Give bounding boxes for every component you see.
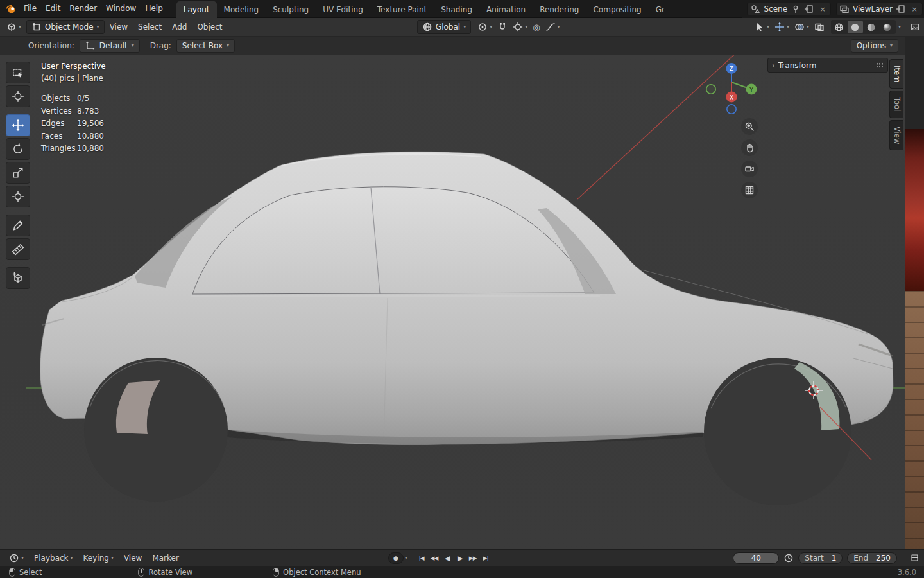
editor-type-button[interactable]: ▾ — [4, 20, 24, 34]
workspace-tab-compositing[interactable]: Compositing — [586, 1, 648, 18]
tool-add-cube[interactable] — [6, 267, 30, 289]
shading-material-button[interactable] — [864, 21, 879, 33]
workspace-tab-sculpting[interactable]: Sculpting — [266, 1, 316, 18]
mode-selector[interactable]: Object Mode ▾ — [26, 20, 105, 34]
navigation-gizmo[interactable]: Z Y X — [699, 63, 766, 123]
tool-measure[interactable] — [6, 238, 30, 260]
marker-menu[interactable]: Marker — [147, 550, 184, 566]
workspace-tab-modeling[interactable]: Modeling — [217, 1, 266, 18]
shading-rendered-button[interactable] — [880, 21, 895, 33]
tool-rotate[interactable] — [6, 138, 30, 160]
menu-view[interactable]: View — [105, 18, 133, 36]
workspace-tab-shading[interactable]: Shading — [434, 1, 479, 18]
pivot-point-selector[interactable]: ▾ — [475, 20, 495, 34]
sidebar-tab-item[interactable]: Item — [889, 59, 903, 89]
3d-scene[interactable] — [0, 55, 905, 549]
new-scene-icon[interactable] — [804, 4, 814, 14]
unlink-scene-icon[interactable]: × — [817, 4, 828, 14]
proportional-falloff-selector[interactable]: ▾ — [543, 20, 563, 34]
frame-end-field[interactable]: End250 — [847, 552, 897, 564]
gizmo-z-neg-axis[interactable] — [727, 105, 736, 114]
tool-transform[interactable] — [6, 186, 30, 207]
shading-dropdown-caret-icon[interactable]: ▾ — [898, 24, 901, 30]
workspace-tab-texture-paint[interactable]: Texture Paint — [370, 1, 434, 18]
menu-object[interactable]: Object — [192, 18, 227, 36]
shading-solid-button[interactable] — [848, 21, 863, 33]
tool-scale[interactable] — [6, 162, 30, 184]
sidebar-tab-view[interactable]: View — [889, 120, 903, 150]
overlays-toggle[interactable]: ▾ — [792, 20, 812, 34]
remove-viewlayer-icon[interactable]: × — [909, 4, 920, 14]
zoom-button[interactable] — [741, 118, 758, 135]
orientation-label: Orientation: — [28, 41, 74, 50]
workspace-tab-animation[interactable]: Animation — [479, 1, 533, 18]
scene-selector[interactable]: Scene × — [747, 3, 831, 15]
keying-menu[interactable]: Keying▾ — [78, 550, 119, 566]
annotate-pencil-icon — [12, 219, 24, 232]
image-editor-sliver[interactable] — [905, 18, 924, 566]
menu-file[interactable]: File — [19, 0, 41, 17]
expand-chevron-icon[interactable]: › — [772, 62, 775, 69]
previous-keyframe-button[interactable]: ◀◀ — [428, 552, 441, 565]
options-dropdown[interactable]: Options ▾ — [851, 39, 898, 53]
workspace-tab-uv-editing[interactable]: UV Editing — [316, 1, 370, 18]
xray-toggle[interactable] — [812, 20, 827, 34]
jump-to-start-button[interactable]: |◀ — [415, 552, 428, 565]
tool-annotate[interactable] — [6, 215, 30, 236]
menu-help[interactable]: Help — [141, 0, 167, 17]
pin-icon[interactable] — [791, 4, 801, 14]
blender-logo-icon[interactable] — [3, 1, 19, 17]
image-editor-header[interactable] — [905, 18, 924, 37]
panel-grip-icon[interactable] — [876, 62, 884, 68]
frame-start-field[interactable]: Start1 — [798, 552, 843, 564]
transform-orientation-selector[interactable]: Global ▾ — [417, 20, 471, 34]
workspace-tab-geometry-nodes[interactable]: Geometry Nodes — [649, 1, 664, 18]
gizmos-toggle[interactable]: ▾ — [772, 20, 792, 34]
workspace-tab-layout[interactable]: Layout — [176, 1, 217, 18]
gizmo-y-neg-axis[interactable] — [706, 85, 715, 94]
3d-viewport[interactable]: User Perspective (40) pics | Plane Objec… — [0, 55, 905, 549]
play-reverse-button[interactable]: ◀ — [441, 552, 454, 565]
current-frame-field[interactable]: 40 — [733, 552, 779, 564]
new-viewlayer-icon[interactable] — [896, 4, 906, 14]
drag-label: Drag: — [150, 41, 171, 50]
tool-cursor[interactable] — [6, 85, 30, 107]
timeline-editor-type-button[interactable]: ▾ — [4, 553, 29, 563]
menu-window[interactable]: Window — [101, 0, 141, 17]
mouse-left-icon — [9, 568, 15, 577]
menu-render[interactable]: Render — [65, 0, 101, 17]
menu-select[interactable]: Select — [133, 18, 167, 36]
sidebar-tab-tool[interactable]: Tool — [889, 91, 903, 118]
mouse-right-icon — [273, 568, 279, 577]
auto-keying-toggle[interactable]: ● — [388, 552, 404, 564]
auto-keying-caret-icon[interactable]: ▾ — [405, 556, 407, 561]
play-button[interactable]: ▶ — [454, 552, 466, 565]
pan-button[interactable] — [741, 139, 758, 156]
tool-move[interactable] — [6, 114, 30, 136]
orientation-label: Global — [436, 22, 460, 31]
snap-toggle[interactable] — [495, 20, 510, 34]
snap-target-selector[interactable]: ▾ — [510, 20, 530, 34]
active-object-label: (40) pics | Plane — [41, 73, 106, 85]
menu-edit[interactable]: Edit — [41, 0, 65, 17]
perspective-toggle-button[interactable] — [741, 182, 758, 198]
menu-add[interactable]: Add — [167, 18, 192, 36]
global-orientation-icon — [422, 22, 432, 32]
workspace-tab-rendering[interactable]: Rendering — [533, 1, 586, 18]
tool-select-box[interactable] — [6, 62, 30, 83]
orientation-dropdown[interactable]: Default ▾ — [80, 39, 140, 53]
shading-wireframe-button[interactable] — [832, 21, 847, 33]
drag-dropdown[interactable]: Select Box ▾ — [176, 39, 235, 53]
transform-panel-header[interactable]: › Transform — [767, 58, 888, 73]
show-object-types-selector[interactable]: ▾ — [752, 20, 772, 34]
jump-to-end-button[interactable]: ▶| — [479, 552, 492, 565]
proportional-editing-toggle[interactable]: ◎ — [530, 20, 542, 34]
viewlayer-selector[interactable]: ViewLayer × — [836, 3, 923, 15]
camera-view-button[interactable] — [741, 161, 758, 177]
image-editor-footer[interactable] — [905, 549, 924, 566]
frame-clock-icon[interactable] — [783, 553, 794, 563]
next-keyframe-button[interactable]: ▶▶ — [466, 552, 479, 565]
playback-menu[interactable]: Playback▾ — [29, 550, 78, 566]
caret-icon: ▾ — [97, 24, 99, 30]
timeline-view-menu[interactable]: View — [119, 550, 147, 566]
